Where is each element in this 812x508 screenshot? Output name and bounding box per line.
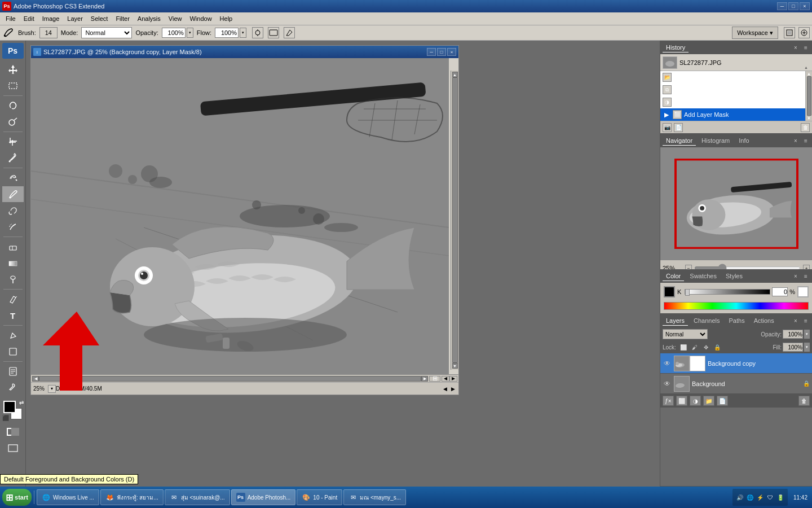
zoom-in-small[interactable]: ◀ xyxy=(442,376,449,382)
menu-filter[interactable]: Filter xyxy=(112,14,133,23)
airbrush-button[interactable] xyxy=(252,27,263,38)
brush-tool[interactable] xyxy=(2,186,24,202)
history-item-mask[interactable]: ▶ ⬜ Add Layer Mask xyxy=(660,108,812,121)
tray-icon-2[interactable]: 🌐 xyxy=(746,493,754,501)
menu-edit[interactable]: Edit xyxy=(20,14,38,23)
menu-analysis[interactable]: Analysis xyxy=(134,14,164,23)
shape-tool[interactable] xyxy=(2,344,24,360)
tray-icon-1[interactable]: 🔊 xyxy=(736,493,744,501)
k-value-input[interactable] xyxy=(772,287,788,296)
layer-item-background[interactable]: 👁 Background 🔒 xyxy=(660,374,812,394)
taskbar-item-0[interactable]: 🌐 Windows Live ... xyxy=(37,489,99,505)
layer-delete-btn[interactable]: 🗑 xyxy=(798,396,810,406)
taskbar-item-3[interactable]: Ps Adobe Photosh... xyxy=(231,489,296,505)
history-scroll-top[interactable]: ▲ xyxy=(804,54,810,71)
quick-select-tool[interactable] xyxy=(2,114,24,130)
brush-size-picker[interactable]: 14 xyxy=(39,27,58,38)
lock-pixels-btn[interactable]: 🖌 xyxy=(691,343,699,351)
layers-blend-mode[interactable]: Normal xyxy=(663,329,708,339)
quick-mask-button[interactable] xyxy=(2,424,24,440)
brush-tool-icon[interactable] xyxy=(2,27,15,39)
eraser-tool[interactable] xyxy=(2,239,24,255)
layers-menu-btn[interactable]: ≡ xyxy=(802,317,810,325)
start-button[interactable]: ⊞ start xyxy=(2,489,32,506)
menu-layer[interactable]: Layer xyxy=(64,14,86,23)
layers-close-btn[interactable]: × xyxy=(792,317,800,325)
doc-maximize-button[interactable]: □ xyxy=(437,48,446,56)
close-button[interactable]: × xyxy=(800,2,810,10)
healing-tool[interactable] xyxy=(2,170,24,186)
fill-arrow[interactable]: ▾ xyxy=(804,343,810,352)
v-scroll-thumb[interactable] xyxy=(452,77,458,363)
navigator-menu-btn[interactable]: ≡ xyxy=(802,137,810,144)
menu-file[interactable]: File xyxy=(2,14,19,23)
tray-icon-3[interactable]: ⚡ xyxy=(756,493,764,501)
marquee-tool[interactable] xyxy=(2,78,24,94)
reset-colors-icon[interactable]: ⬛ xyxy=(2,415,9,421)
horizontal-scrollbar[interactable]: ◀ ▶ ⊞ ◀ ▶ xyxy=(31,374,458,382)
actions-tab[interactable]: Actions xyxy=(751,316,778,325)
menu-help[interactable]: Help xyxy=(217,14,236,23)
brush-tablet-button[interactable] xyxy=(284,27,295,38)
color-tab[interactable]: Color xyxy=(663,271,684,281)
styles-tab[interactable]: Styles xyxy=(722,271,746,281)
gradient-tool[interactable] xyxy=(2,255,24,271)
path-select-tool[interactable] xyxy=(2,327,24,343)
menu-view[interactable]: View xyxy=(165,14,186,23)
nav-button[interactable]: ⊞ xyxy=(429,376,440,382)
tray-icon-4[interactable]: 🛡 xyxy=(766,493,774,501)
taskbar-item-1[interactable]: 🦊 ฟังกระทู้: สยาม... xyxy=(100,489,164,505)
h-scroll-thumb[interactable] xyxy=(39,376,421,382)
flow-input[interactable] xyxy=(215,28,239,38)
doc-minimize-button[interactable]: ─ xyxy=(427,48,436,56)
taskbar-item-5[interactable]: ✉ มณ <mayny_s... xyxy=(343,489,406,505)
clone-tool[interactable] xyxy=(2,203,24,218)
mode-select[interactable]: Normal xyxy=(81,27,132,38)
taskbar-item-2[interactable]: ✉ สุ่ม <suinarak@... xyxy=(165,489,230,505)
layers-opacity-arrow[interactable]: ▾ xyxy=(804,330,810,339)
layer-mask-btn[interactable]: ⬜ xyxy=(676,396,687,406)
navigator-tab[interactable]: Navigator xyxy=(663,136,696,146)
lasso-tool[interactable] xyxy=(2,98,24,113)
opacity-arrow[interactable]: ▾ xyxy=(187,28,193,38)
extra-btn-1[interactable] xyxy=(784,27,795,38)
history-brush-tool[interactable] xyxy=(2,219,24,235)
tablet-button[interactable] xyxy=(268,27,279,38)
swatches-tab[interactable]: Swatches xyxy=(686,271,720,281)
color-close-btn[interactable]: × xyxy=(792,272,800,280)
layer-visibility-eye-1[interactable]: 👁 xyxy=(663,359,672,368)
screen-mode-button[interactable] xyxy=(2,440,24,456)
history-menu-btn[interactable]: ≡ xyxy=(802,43,810,51)
fish-canvas[interactable] xyxy=(31,58,449,374)
history-item-desaturate[interactable]: ◑ Desaturate xyxy=(660,96,812,108)
info-tab[interactable]: Info xyxy=(735,136,752,145)
delete-state-btn[interactable]: 🗑 xyxy=(801,123,810,132)
history-scrollbar[interactable]: ▲ ▼ xyxy=(805,71,812,121)
color-menu-btn[interactable]: ≡ xyxy=(802,272,810,280)
vertical-scrollbar[interactable]: ▲ ▼ xyxy=(451,71,458,370)
fill-input[interactable] xyxy=(783,343,803,352)
layer-group-btn[interactable]: 📁 xyxy=(703,396,714,406)
history-item-open[interactable]: 📂 Open xyxy=(660,71,812,84)
foreground-color-swatch[interactable] xyxy=(3,401,16,413)
color-spectrum-bar[interactable] xyxy=(664,302,809,310)
eyedropper-tool-2[interactable] xyxy=(2,380,24,396)
layer-adj-btn[interactable]: ◑ xyxy=(690,396,701,406)
zoom-menu-btn[interactable]: ▾ xyxy=(48,385,56,393)
histogram-tab[interactable]: Histogram xyxy=(698,136,733,145)
zoom-out-small[interactable]: ▶ xyxy=(449,376,457,382)
history-tab[interactable]: History xyxy=(663,43,689,52)
doc-close-button[interactable]: × xyxy=(447,48,456,56)
crop-tool[interactable] xyxy=(2,134,24,150)
menu-window[interactable]: Window xyxy=(186,14,215,23)
dodge-tool[interactable] xyxy=(2,271,24,287)
history-item-duplicate[interactable]: ⧉ Duplicate Layer xyxy=(660,84,812,96)
extra-btn-2[interactable] xyxy=(798,27,810,38)
menu-select[interactable]: Select xyxy=(87,14,112,23)
taskbar-item-4[interactable]: 🎨 10 - Paint xyxy=(297,489,342,505)
color-foreground-swatch[interactable] xyxy=(664,286,675,297)
opacity-input[interactable] xyxy=(162,28,186,38)
paths-tab[interactable]: Paths xyxy=(726,316,748,325)
new-snapshot-btn[interactable]: 📷 xyxy=(663,123,672,132)
lock-transparent-btn[interactable]: ⬜ xyxy=(679,343,687,351)
